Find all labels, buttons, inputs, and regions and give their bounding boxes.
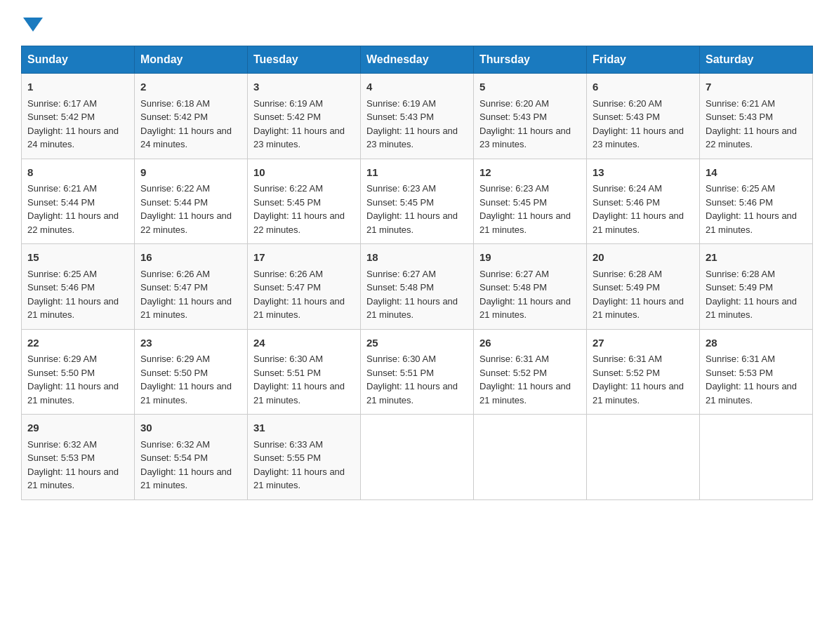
sunrise-text: Sunrise: 6:31 AM bbox=[479, 354, 549, 364]
table-row: 29Sunrise: 6:32 AMSunset: 5:53 PMDayligh… bbox=[22, 415, 135, 500]
daylight-text: Daylight: 11 hours and 24 minutes. bbox=[140, 126, 232, 150]
day-number: 11 bbox=[366, 165, 468, 181]
table-row: 24Sunrise: 6:30 AMSunset: 5:51 PMDayligh… bbox=[248, 329, 361, 415]
sunset-text: Sunset: 5:47 PM bbox=[140, 282, 208, 293]
daylight-text: Daylight: 11 hours and 22 minutes. bbox=[253, 210, 345, 235]
table-row: 26Sunrise: 6:31 AMSunset: 5:52 PMDayligh… bbox=[474, 329, 587, 415]
table-row: 11Sunrise: 6:23 AMSunset: 5:45 PMDayligh… bbox=[361, 159, 474, 244]
table-row: 31Sunrise: 6:33 AMSunset: 5:55 PMDayligh… bbox=[248, 415, 361, 500]
sunrise-text: Sunrise: 6:26 AM bbox=[253, 269, 323, 279]
table-row bbox=[474, 415, 587, 500]
daylight-text: Daylight: 11 hours and 21 minutes. bbox=[479, 381, 571, 405]
daylight-text: Daylight: 11 hours and 22 minutes. bbox=[140, 210, 232, 235]
sunset-text: Sunset: 5:46 PM bbox=[593, 197, 660, 208]
table-row: 14Sunrise: 6:25 AMSunset: 5:46 PMDayligh… bbox=[700, 159, 813, 244]
day-number: 13 bbox=[593, 165, 694, 181]
day-number: 22 bbox=[27, 335, 128, 351]
calendar-header-row: Sunday Monday Tuesday Wednesday Thursday… bbox=[22, 46, 813, 74]
sunrise-text: Sunrise: 6:28 AM bbox=[593, 269, 662, 279]
table-row: 6Sunrise: 6:20 AMSunset: 5:43 PMDaylight… bbox=[587, 74, 700, 159]
sunset-text: Sunset: 5:44 PM bbox=[27, 197, 95, 208]
daylight-text: Daylight: 11 hours and 21 minutes. bbox=[140, 296, 232, 321]
daylight-text: Daylight: 11 hours and 24 minutes. bbox=[27, 126, 119, 150]
sunset-text: Sunset: 5:53 PM bbox=[27, 452, 95, 463]
table-row bbox=[700, 415, 813, 500]
table-row: 9Sunrise: 6:22 AMSunset: 5:44 PMDaylight… bbox=[135, 159, 248, 244]
day-number: 24 bbox=[253, 335, 355, 351]
sunrise-text: Sunrise: 6:24 AM bbox=[593, 183, 662, 194]
sunset-text: Sunset: 5:52 PM bbox=[593, 368, 660, 378]
daylight-text: Daylight: 11 hours and 21 minutes. bbox=[253, 381, 345, 405]
sunset-text: Sunset: 5:43 PM bbox=[593, 112, 660, 122]
table-row: 30Sunrise: 6:32 AMSunset: 5:54 PMDayligh… bbox=[135, 415, 248, 500]
daylight-text: Daylight: 11 hours and 21 minutes. bbox=[706, 296, 797, 321]
sunset-text: Sunset: 5:50 PM bbox=[27, 368, 95, 378]
sunset-text: Sunset: 5:46 PM bbox=[706, 197, 773, 208]
sunrise-text: Sunrise: 6:30 AM bbox=[253, 354, 323, 364]
table-row bbox=[587, 415, 700, 500]
day-number: 14 bbox=[706, 165, 807, 181]
table-row: 23Sunrise: 6:29 AMSunset: 5:50 PMDayligh… bbox=[135, 329, 248, 415]
table-row: 15Sunrise: 6:25 AMSunset: 5:46 PMDayligh… bbox=[22, 244, 135, 330]
sunrise-text: Sunrise: 6:25 AM bbox=[706, 183, 775, 194]
sunrise-text: Sunrise: 6:28 AM bbox=[706, 269, 775, 279]
sunrise-text: Sunrise: 6:20 AM bbox=[479, 98, 549, 109]
day-number: 12 bbox=[479, 165, 581, 181]
sunset-text: Sunset: 5:44 PM bbox=[140, 197, 208, 208]
sunrise-text: Sunrise: 6:31 AM bbox=[593, 354, 662, 364]
daylight-text: Daylight: 11 hours and 21 minutes. bbox=[140, 467, 232, 491]
calendar-week-row: 15Sunrise: 6:25 AMSunset: 5:46 PMDayligh… bbox=[22, 244, 813, 330]
daylight-text: Daylight: 11 hours and 21 minutes. bbox=[27, 296, 119, 321]
sunrise-text: Sunrise: 6:29 AM bbox=[27, 354, 97, 364]
table-row: 27Sunrise: 6:31 AMSunset: 5:52 PMDayligh… bbox=[587, 329, 700, 415]
day-number: 16 bbox=[140, 250, 241, 266]
page-header bbox=[21, 14, 813, 32]
day-number: 6 bbox=[593, 79, 694, 95]
sunrise-text: Sunrise: 6:27 AM bbox=[479, 269, 549, 279]
day-number: 4 bbox=[366, 79, 468, 95]
day-number: 10 bbox=[253, 165, 355, 181]
sunset-text: Sunset: 5:42 PM bbox=[253, 112, 321, 122]
table-row: 19Sunrise: 6:27 AMSunset: 5:48 PMDayligh… bbox=[474, 244, 587, 330]
table-row bbox=[361, 415, 474, 500]
table-row: 10Sunrise: 6:22 AMSunset: 5:45 PMDayligh… bbox=[248, 159, 361, 244]
day-number: 19 bbox=[479, 250, 581, 266]
table-row: 28Sunrise: 6:31 AMSunset: 5:53 PMDayligh… bbox=[700, 329, 813, 415]
header-wednesday: Wednesday bbox=[361, 46, 474, 74]
sunset-text: Sunset: 5:48 PM bbox=[366, 282, 434, 293]
day-number: 15 bbox=[27, 250, 128, 266]
daylight-text: Daylight: 11 hours and 21 minutes. bbox=[593, 296, 684, 321]
table-row: 4Sunrise: 6:19 AMSunset: 5:43 PMDaylight… bbox=[361, 74, 474, 159]
sunset-text: Sunset: 5:43 PM bbox=[479, 112, 547, 122]
table-row: 13Sunrise: 6:24 AMSunset: 5:46 PMDayligh… bbox=[587, 159, 700, 244]
sunrise-text: Sunrise: 6:20 AM bbox=[593, 98, 662, 109]
day-number: 18 bbox=[366, 250, 468, 266]
header-tuesday: Tuesday bbox=[248, 46, 361, 74]
day-number: 17 bbox=[253, 250, 355, 266]
sunrise-text: Sunrise: 6:22 AM bbox=[140, 183, 210, 194]
sunset-text: Sunset: 5:43 PM bbox=[366, 112, 434, 122]
table-row: 16Sunrise: 6:26 AMSunset: 5:47 PMDayligh… bbox=[135, 244, 248, 330]
sunset-text: Sunset: 5:45 PM bbox=[479, 197, 547, 208]
calendar-table: Sunday Monday Tuesday Wednesday Thursday… bbox=[21, 46, 813, 500]
sunrise-text: Sunrise: 6:19 AM bbox=[253, 98, 323, 109]
calendar-week-row: 1Sunrise: 6:17 AMSunset: 5:42 PMDaylight… bbox=[22, 74, 813, 159]
sunset-text: Sunset: 5:55 PM bbox=[253, 452, 321, 463]
sunset-text: Sunset: 5:42 PM bbox=[140, 112, 208, 122]
table-row: 5Sunrise: 6:20 AMSunset: 5:43 PMDaylight… bbox=[474, 74, 587, 159]
day-number: 9 bbox=[140, 165, 241, 181]
day-number: 28 bbox=[706, 335, 807, 351]
sunset-text: Sunset: 5:51 PM bbox=[366, 368, 434, 378]
daylight-text: Daylight: 11 hours and 21 minutes. bbox=[366, 210, 458, 235]
day-number: 31 bbox=[253, 420, 355, 436]
daylight-text: Daylight: 11 hours and 21 minutes. bbox=[140, 381, 232, 405]
day-number: 2 bbox=[140, 79, 241, 95]
day-number: 20 bbox=[593, 250, 694, 266]
header-monday: Monday bbox=[135, 46, 248, 74]
sunrise-text: Sunrise: 6:31 AM bbox=[706, 354, 775, 364]
table-row: 2Sunrise: 6:18 AMSunset: 5:42 PMDaylight… bbox=[135, 74, 248, 159]
calendar-week-row: 22Sunrise: 6:29 AMSunset: 5:50 PMDayligh… bbox=[22, 329, 813, 415]
sunset-text: Sunset: 5:51 PM bbox=[253, 368, 321, 378]
daylight-text: Daylight: 11 hours and 23 minutes. bbox=[593, 126, 684, 150]
sunset-text: Sunset: 5:49 PM bbox=[706, 282, 773, 293]
